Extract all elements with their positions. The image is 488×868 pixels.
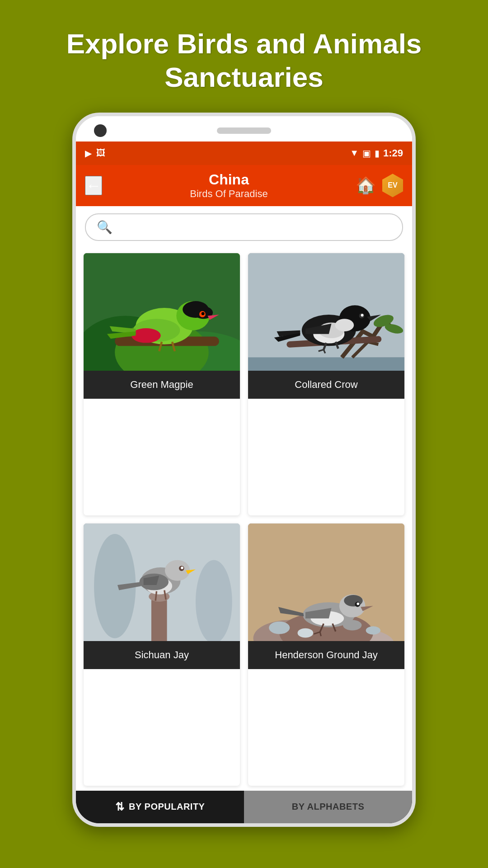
page-title: Explore Birds and Animals Sanctuaries <box>30 0 458 113</box>
bird-card-green-magpie[interactable]: Green Magpie <box>83 253 240 516</box>
bird-card-collared-crow[interactable]: Collared Crow <box>248 253 405 516</box>
battery-icon: ▮ <box>375 148 380 159</box>
search-icon: 🔍 <box>97 220 113 235</box>
svg-rect-16 <box>248 357 404 370</box>
svg-point-12 <box>131 328 161 343</box>
alphabets-label: BY ALPHABETS <box>292 802 364 812</box>
ev-badge[interactable]: EV <box>382 174 403 197</box>
bird-grid: Green Magpie <box>76 248 412 791</box>
header-actions: 🏠 EV <box>356 174 403 197</box>
search-wrapper: 🔍 <box>85 213 403 241</box>
svg-point-23 <box>335 319 354 331</box>
phone-camera <box>94 124 107 137</box>
svg-point-57 <box>357 603 359 605</box>
svg-point-10 <box>202 312 205 315</box>
header-subtitle: Birds Of Paradise <box>190 188 267 200</box>
sichuan-jay-label: Sichuan Jay <box>84 641 240 669</box>
popularity-label: BY POPULARITY <box>129 802 205 812</box>
phone-speaker <box>217 127 271 134</box>
back-button[interactable]: ← <box>85 176 102 195</box>
search-input[interactable] <box>118 221 391 233</box>
svg-point-33 <box>196 560 232 641</box>
svg-point-41 <box>181 566 183 569</box>
page-header: Explore Birds and Animals Sanctuaries <box>30 0 458 113</box>
svg-point-48 <box>269 622 290 634</box>
bottom-nav: ⇅ BY POPULARITY BY ALPHABETS <box>76 791 412 823</box>
henderson-jay-image <box>248 524 404 641</box>
header-title-group: China Birds Of Paradise <box>190 171 267 200</box>
svg-point-25 <box>361 314 364 316</box>
status-bar: ▶ 🖼 ▼ ▣ ▮ 1:29 <box>76 142 412 165</box>
collared-crow-label: Collared Crow <box>248 371 404 399</box>
sort-icon: ⇅ <box>115 801 125 813</box>
green-magpie-image <box>84 253 240 371</box>
bird-card-henderson-jay[interactable]: Henderson Ground Jay <box>248 523 405 786</box>
home-button[interactable]: 🏠 <box>356 176 376 195</box>
svg-line-42 <box>155 591 156 601</box>
henderson-jay-label: Henderson Ground Jay <box>248 641 404 669</box>
notification-icon: ▶ <box>85 148 92 159</box>
collared-crow-image <box>248 253 404 371</box>
green-magpie-label: Green Magpie <box>84 371 240 399</box>
svg-point-51 <box>366 626 380 634</box>
header-country: China <box>209 171 249 188</box>
phone-frame: ▶ 🖼 ▼ ▣ ▮ 1:29 ← China Birds Of Paradise… <box>72 113 416 827</box>
app-header: ← China Birds Of Paradise 🏠 EV <box>76 165 412 206</box>
signal-icon: ▣ <box>362 148 371 159</box>
wifi-icon: ▼ <box>350 148 359 158</box>
sort-by-popularity-button[interactable]: ⇅ BY POPULARITY <box>76 791 244 823</box>
sort-by-alphabets-button[interactable]: BY ALPHABETS <box>244 791 412 823</box>
sichuan-jay-image <box>84 524 240 641</box>
ev-badge-label: EV <box>388 182 397 189</box>
image-icon: 🖼 <box>96 148 105 158</box>
svg-point-49 <box>298 628 314 638</box>
status-time: 1:29 <box>383 147 403 159</box>
svg-rect-34 <box>151 596 167 641</box>
phone-physical-top <box>76 116 412 142</box>
bird-card-sichuan-jay[interactable]: Sichuan Jay <box>83 523 240 786</box>
search-bar: 🔍 <box>76 206 412 248</box>
